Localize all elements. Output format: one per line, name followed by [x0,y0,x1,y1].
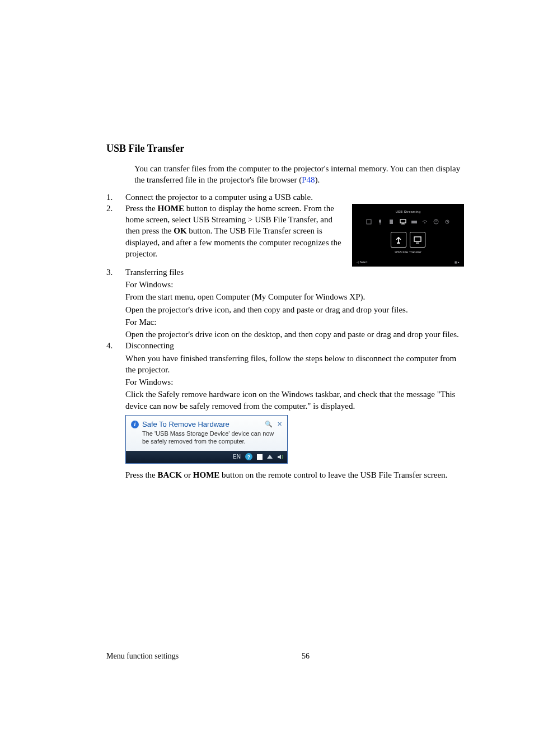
text: Press the [125,470,158,479]
taskbar: EN ? [126,451,287,463]
disconnect-line-2: Click the Safely remove hardware icon on… [125,389,464,412]
svg-rect-3 [390,220,393,224]
step-2: 2. Press the HOME button to display the … [106,203,464,267]
fig1-tiles [391,232,425,248]
svg-marker-16 [278,455,281,459]
magnifier-icon: 🔍 [265,420,273,428]
footer-section: Menu function settings [106,652,179,661]
svg-rect-1 [379,220,381,223]
step-number: 4. [106,340,125,480]
back-button-ref: BACK [158,470,182,479]
fig1-hint-right: ▦ ▸ [455,260,460,264]
windows-label: For Windows: [125,279,464,290]
fig1-icon-row [366,216,450,222]
svg-rect-4 [400,220,406,223]
step-body: Press the HOME button to display the hom… [125,203,346,267]
card-icon [366,216,372,222]
windows-label: For Windows: [125,376,464,388]
final-line: Press the BACK or HOME button on the rem… [125,469,464,480]
footer-page-number: 56 [302,652,310,661]
step-number: 2. [106,203,125,267]
text: button on the remote control to leave th… [219,470,447,479]
step-body: Connect the projector to a computer usin… [125,192,464,203]
fig1-hint-left: ◁ Select [357,260,367,264]
text: Press the [125,204,158,213]
help-icon: ? [245,453,252,460]
svg-rect-0 [367,220,371,224]
close-icon[interactable]: ✕ [277,420,282,428]
home-button-ref: HOME [193,470,220,479]
info-icon: i [131,421,139,428]
step-number: 3. [106,267,125,340]
page-ref-link[interactable]: P48 [302,175,315,184]
home-button-ref: HOME [158,204,185,213]
projector-screen-figure: USB Streaming [352,204,464,267]
ok-button-ref: OK [174,226,186,235]
mac-line-1: Open the projector's drive icon on the d… [125,329,464,340]
intro-text-post: ). [315,175,320,184]
svg-rect-14 [414,237,421,241]
keyboard-icon [411,216,416,222]
tray-chevron-up-icon [267,455,273,459]
step-number: 1. [106,192,125,203]
disconnect-line-1: When you have finished transferring file… [125,353,464,376]
mic-icon [377,216,383,222]
intro-text-pre: You can transfer files from the computer… [134,164,460,184]
svg-rect-13 [397,242,400,244]
usb-transfer-tile [391,232,406,248]
step-title: Disconnecting [125,340,464,351]
flag-icon [257,454,263,460]
step-body: Disconnecting When you have finished tra… [125,340,464,480]
monitor-icon [400,216,405,222]
step-1: 1. Connect the projector to a computer u… [106,192,464,203]
fig1-caption: USB File Transfer [352,250,464,254]
fig1-hints: ◁ Select ▦ ▸ [357,260,460,264]
step-body: Transferring files For Windows: From the… [125,267,464,340]
speaker-icon [277,454,284,460]
page-footer: Menu function settings 56 [106,652,464,661]
monitor-icon [413,235,422,244]
notification-balloon: i Safe To Remove Hardware 🔍 ✕ The 'USB M… [125,415,288,464]
svg-point-12 [447,221,448,222]
windows-line-1: From the start menu, open Computer (My C… [125,291,464,302]
intro-paragraph: You can transfer files from the computer… [134,163,464,186]
svg-point-8 [424,222,425,223]
notification-controls: 🔍 ✕ [265,420,282,428]
steps-list: 1. Connect the projector to a computer u… [106,192,464,481]
text: or [182,470,193,479]
gear-icon [444,216,450,222]
page: USB File Transfer You can transfer files… [0,0,534,756]
language-indicator: EN [233,453,241,461]
step-3: 3. Transferring files For Windows: From … [106,267,464,340]
windows-line-2: Open the projector's drive icon, and the… [125,304,464,315]
notification-message: The 'USB Mass Storage Device' device can… [142,430,282,446]
svg-rect-7 [411,221,417,223]
windows-notification-figure: i Safe To Remove Hardware 🔍 ✕ The 'USB M… [125,415,464,464]
section-heading: USB File Transfer [106,143,464,155]
display-tile [410,232,425,248]
doc-icon [388,216,394,222]
step-title: Transferring files [125,267,464,278]
usb-up-arrow-icon [394,235,403,244]
mac-label: For Mac: [125,316,464,328]
fig1-title: USB Streaming [352,209,464,214]
wifi-icon [422,216,428,222]
power-icon [433,216,439,222]
notification-title: Safe To Remove Hardware [142,419,261,430]
step-4: 4. Disconnecting When you have finished … [106,340,464,480]
